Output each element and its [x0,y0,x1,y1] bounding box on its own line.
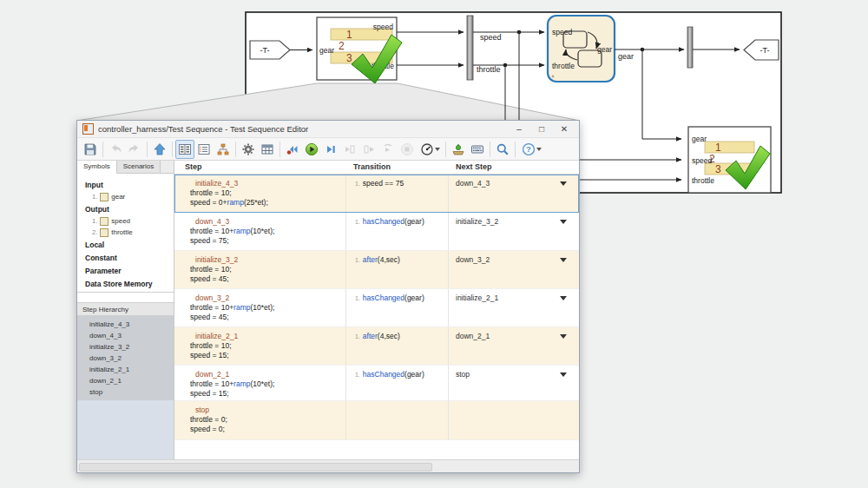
step-hierarchy-item[interactable]: down_4_3 [77,330,174,341]
step-hierarchy-item[interactable]: initialize_2_1 [77,364,174,375]
transition-cell[interactable]: 1.hasChanged(gear) [346,213,449,250]
function-token: after [363,255,378,264]
redo-button[interactable] [125,140,144,159]
step-table: Step Transition Next Step initialize_4_3… [174,161,579,460]
search-button[interactable] [493,140,512,159]
step-back-button[interactable] [283,140,302,159]
keyboard-button[interactable] [468,140,487,159]
tab-symbols[interactable]: Symbols [77,161,117,174]
column-header-transition[interactable]: Transition [346,161,449,174]
step-cell[interactable]: initialize_2_1throttle = 10;speed = 15; [174,327,346,365]
minimize-button[interactable]: – [508,122,530,137]
pacing-button[interactable] [417,140,443,159]
transition-cell[interactable]: 1.after(4,sec) [346,251,449,288]
next-step-cell[interactable]: stop [449,366,579,400]
dropdown-arrow-icon[interactable] [560,258,567,262]
ta-port-throttle: throttle [692,176,714,185]
code-token: speed == 75 [363,179,404,188]
symbol-item[interactable]: 1.speed [77,215,174,227]
table-row[interactable]: initialize_3_2throttle = 10;speed = 45;1… [174,251,579,289]
next-step-cell[interactable]: down_4_3 [449,175,579,212]
step-cell[interactable]: down_3_2throttle = 10+ramp(10*et);speed … [174,289,346,326]
pacing-caret-icon [435,148,440,151]
step-name: down_3_2 [190,293,345,303]
symbols-section-label: Parameter [77,264,174,277]
transition-number: 1. [355,372,360,378]
table-row[interactable]: down_3_2throttle = 10+ramp(10*et);speed … [174,289,579,327]
transition-cell[interactable]: 1.speed == 75 [346,175,449,212]
horizontal-scrollbar[interactable] [77,459,579,472]
window-title: controller_harness/Test Sequence - Test … [98,124,508,134]
maximize-button[interactable]: □ [530,122,553,137]
step-next-button[interactable] [378,140,398,159]
ts-row-3: 3 [346,52,352,64]
step-cell[interactable]: down_4_3throttle = 10+ramp(10*et);speed … [174,213,346,250]
step-hierarchy-item[interactable]: initialize_3_2 [77,341,174,353]
symbols-section-label: Local [77,238,174,251]
breakpoints-button[interactable] [258,140,277,159]
label-gear: gear [618,52,634,61]
test-sequence-block[interactable]: 1 2 3 gear speed throttle [317,17,402,83]
step-cell[interactable]: stopthrottle = 0;speed = 0; [174,401,346,439]
step-in-button[interactable] [340,140,359,159]
dropdown-arrow-icon[interactable] [560,220,567,224]
step-code-line: throttle = 10; [190,341,345,351]
symbols-view-button[interactable] [194,140,214,159]
test-assessment-block[interactable]: 1 2 3 gear speed throttle [688,127,771,193]
help-caret-icon [536,148,542,151]
hierarchy-view-button[interactable] [214,140,233,159]
help-button[interactable]: ? [518,140,544,159]
step-forward-button[interactable] [321,140,340,159]
table-row[interactable]: down_2_1throttle = 10+ramp(10*et);speed … [174,366,579,401]
scrollbar-thumb[interactable] [79,463,432,472]
table-row[interactable]: down_4_3throttle = 10+ramp(10*et);speed … [174,213,579,251]
signal-bar-2[interactable] [687,27,693,68]
settings-button[interactable] [239,140,258,159]
chart-port-gear: gear [597,45,612,54]
dropdown-arrow-icon[interactable] [560,181,567,186]
dropdown-arrow-icon[interactable] [560,334,567,339]
go-up-button[interactable] [150,140,169,159]
column-header-next-step[interactable]: Next Step [449,161,579,174]
symbol-item[interactable]: 2.throttle [77,227,174,238]
stateflow-chart[interactable]: speed throttle gear [548,16,615,82]
step-hierarchy-item[interactable]: initialize_4_3 [77,319,174,330]
dropdown-arrow-icon[interactable] [560,373,567,377]
next-step-cell[interactable]: down_3_2 [449,251,579,288]
code-token: (gear) [404,217,424,226]
step-hierarchy-item[interactable]: stop [77,386,174,398]
next-step-cell[interactable] [449,401,579,439]
binary-view-button[interactable] [175,140,194,159]
signal-bar-1[interactable] [467,16,473,80]
stop-button[interactable] [398,140,417,159]
step-cell[interactable]: initialize_4_3throttle = 10;speed = 0+ra… [174,175,346,212]
column-header-step[interactable]: Step [174,161,346,174]
output-button[interactable] [449,140,468,159]
step-hierarchy-item[interactable]: down_2_1 [77,375,174,386]
next-step-cell[interactable]: down_2_1 [449,327,579,365]
run-button[interactable] [302,140,321,159]
transition-cell[interactable] [346,401,449,439]
dropdown-arrow-icon[interactable] [560,296,567,300]
table-row[interactable]: stopthrottle = 0;speed = 0; [174,401,579,440]
tab-scenarios[interactable]: Scenarios [117,161,161,173]
ta-row-1: 1 [715,142,721,154]
next-step-cell[interactable]: initialize_2_1 [449,289,579,326]
step-cell[interactable]: down_2_1throttle = 10+ramp(10*et);speed … [174,366,346,400]
next-step-cell[interactable]: initialize_3_2 [449,213,579,250]
transition-cell[interactable]: 1.after(4,sec) [346,327,449,365]
transition-cell[interactable]: 1.hasChanged(gear) [346,366,449,400]
save-button[interactable] [81,140,100,159]
close-button[interactable]: ✕ [553,122,575,137]
titlebar[interactable]: controller_harness/Test Sequence - Test … [77,121,579,138]
symbol-item[interactable]: 1.gear [77,191,174,202]
step-out-button[interactable] [359,140,378,159]
symbol-icon [100,217,108,226]
undo-button[interactable] [106,140,125,159]
transition-cell[interactable]: 1.hasChanged(gear) [346,289,449,326]
table-row[interactable]: initialize_4_3throttle = 10;speed = 0+ra… [174,175,579,213]
step-cell[interactable]: initialize_3_2throttle = 10;speed = 45; [174,251,346,288]
step-hierarchy-item[interactable]: down_3_2 [77,353,174,364]
code-token: throttle = 0; [190,415,227,424]
table-row[interactable]: initialize_2_1throttle = 10;speed = 15;1… [174,327,579,366]
